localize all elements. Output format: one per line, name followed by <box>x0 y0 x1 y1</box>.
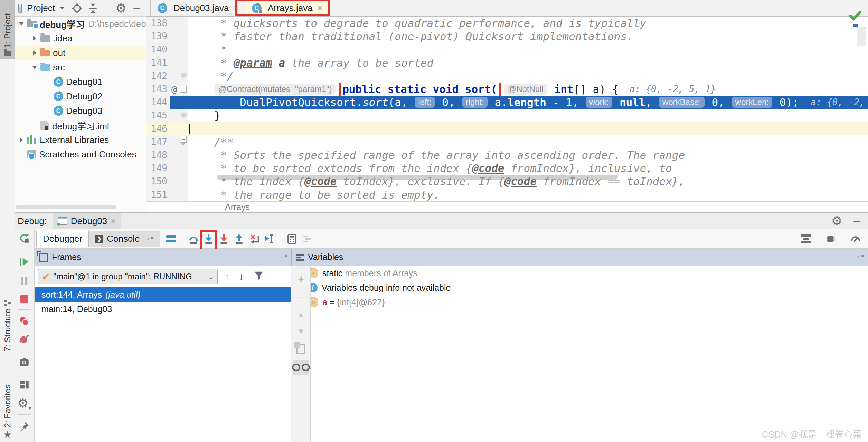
trace-stream-icon[interactable] <box>300 231 315 247</box>
mute-breakpoints-icon[interactable] <box>17 332 32 347</box>
sidebar-item-project[interactable]: 1: Project <box>0 0 15 59</box>
gutter[interactable] <box>170 109 188 122</box>
tree-item-debug01[interactable]: CDebug01 <box>15 75 146 89</box>
line-number[interactable]: 148 <box>146 148 170 162</box>
line-number[interactable]: 145 <box>146 109 170 122</box>
close-icon[interactable]: × <box>234 3 239 13</box>
tree-item-debug02[interactable]: CDebug02 <box>15 89 146 104</box>
pin-mini-icon[interactable]: →▪ <box>853 251 864 260</box>
code-line-151[interactable]: 151 * the range to be sorted is empty. <box>146 188 868 201</box>
code-area[interactable]: 138 * quicksorts to degrade to quadratic… <box>146 17 868 201</box>
settings-gear-icon[interactable]: ⚙▾ <box>17 396 32 411</box>
code-text[interactable]: */ <box>188 69 868 83</box>
code-line-139[interactable]: 139 * faster than traditional (one-pivot… <box>146 30 868 43</box>
editor-tab-arrays-java[interactable]: CArrays.java× <box>245 0 329 16</box>
minimize-icon[interactable]: − <box>851 215 862 227</box>
gutter[interactable] <box>170 43 188 56</box>
chevron-down-icon[interactable] <box>17 19 26 28</box>
frame-up-icon[interactable]: ↑ <box>225 271 230 282</box>
gutter[interactable] <box>170 17 188 30</box>
show-watches-icon[interactable] <box>293 360 309 375</box>
duplicate-icon[interactable] <box>293 341 309 356</box>
gutter[interactable] <box>170 56 188 69</box>
debug-session-tab[interactable]: Debug03 × <box>53 213 121 229</box>
variable-row[interactable]: pa = {int[4]@622} <box>292 295 868 309</box>
evaluate-expression-icon[interactable] <box>284 231 300 247</box>
gutter[interactable] <box>170 96 188 109</box>
tree-item-external-libraries[interactable]: External Libraries <box>15 133 146 147</box>
code-line-147[interactable]: 147 /** <box>146 135 868 148</box>
chevron-right-icon[interactable] <box>30 34 39 43</box>
code-text[interactable]: * faster than traditional (one-pivot) Qu… <box>188 30 868 43</box>
gear-icon[interactable]: ⚙ <box>115 3 126 14</box>
pause-icon[interactable] <box>17 273 32 289</box>
code-line-145[interactable]: 145 } <box>146 109 868 122</box>
thread-dump-camera-icon[interactable] <box>17 354 32 369</box>
chevron-right-icon[interactable] <box>30 48 39 57</box>
line-number[interactable]: 149 <box>146 162 170 175</box>
code-line-146[interactable]: 146 <box>146 122 868 135</box>
tree-item-scratches-and-consoles[interactable]: Scratches and Consoles <box>15 147 146 162</box>
remove-watch-icon[interactable]: − <box>293 289 309 305</box>
line-number[interactable]: 144 <box>146 96 170 109</box>
sidebar-item-favorites[interactable]: 2: Favorites ★ <box>0 370 15 439</box>
error-stripe-mark[interactable] <box>853 24 858 27</box>
step-over-icon[interactable] <box>186 231 201 247</box>
drop-frame-icon[interactable] <box>247 231 262 247</box>
move-up-icon[interactable]: ▲ <box>293 307 309 323</box>
line-number[interactable]: 138 <box>146 17 170 30</box>
code-text[interactable]: * @param a the array to be sorted <box>188 56 868 69</box>
editor-hscrollbar[interactable] <box>217 175 618 180</box>
gutter[interactable] <box>170 175 188 188</box>
filter-funnel-icon[interactable] <box>253 270 265 284</box>
tree-item-debug-iml[interactable]: debug学习.iml <box>15 118 146 133</box>
inspections-ok-icon[interactable] <box>849 10 862 23</box>
view-breakpoints-icon[interactable] <box>17 314 32 329</box>
thread-dropdown[interactable]: ✔ "main"@1 in group "main": RUNNING ⌄ <box>38 269 218 284</box>
code-text[interactable]: * the range to be sorted is empty. <box>188 188 868 201</box>
gutter[interactable] <box>170 69 188 83</box>
editor-tab-debug03-java[interactable]: CDebug03.java× <box>150 0 245 16</box>
run-to-cursor-icon[interactable] <box>262 231 277 247</box>
threads-view-icon[interactable] <box>798 231 813 247</box>
code-text[interactable]: * quicksorts to degrade to quadratic per… <box>188 17 868 30</box>
tree-item-src[interactable]: src <box>15 60 146 75</box>
code-line-141[interactable]: 141 * @param a the array to be sorted <box>146 56 868 69</box>
code-line-138[interactable]: 138 * quicksorts to degrade to quadratic… <box>146 17 868 30</box>
gutter[interactable] <box>170 148 188 162</box>
sidebar-item-structure[interactable]: 7: Structure <box>0 293 15 352</box>
close-icon[interactable]: × <box>318 3 323 13</box>
collapse-all-icon[interactable] <box>87 3 98 14</box>
code-line-143[interactable]: 143@ @Contract(mutates="param1") public … <box>146 83 868 96</box>
breadcrumb[interactable]: Arrays <box>146 201 868 212</box>
minimize-icon[interactable]: − <box>131 3 142 14</box>
gutter[interactable] <box>170 162 188 175</box>
code-line-148[interactable]: 148 * Sorts the specified range of the a… <box>146 148 868 162</box>
chevron-down-icon[interactable] <box>30 63 39 72</box>
gutter[interactable] <box>170 188 188 201</box>
line-number[interactable]: 141 <box>146 56 170 69</box>
line-number[interactable]: 146 <box>146 122 170 135</box>
breadcrumb-item[interactable]: Arrays <box>225 202 250 212</box>
step-out-icon[interactable] <box>232 231 247 247</box>
variable-row[interactable]: sstatic members of Arrays <box>292 266 868 280</box>
code-line-140[interactable]: 140 * <box>146 43 868 56</box>
code-text[interactable]: * Sorts the specified range of the array… <box>188 148 868 162</box>
show-execution-point-icon[interactable] <box>163 231 179 247</box>
move-down-icon[interactable]: ▼ <box>293 324 309 339</box>
chevron-right-icon[interactable] <box>17 135 26 144</box>
code-text[interactable]: * <box>188 43 868 56</box>
frame-row[interactable]: main:14, Debug03 <box>35 302 291 316</box>
fold-marker-icon[interactable] <box>181 73 187 79</box>
close-icon[interactable]: × <box>111 216 116 227</box>
resume-icon[interactable] <box>17 254 32 269</box>
code-line-149[interactable]: 149 * to be sorted extends from the inde… <box>146 162 868 175</box>
locate-icon[interactable] <box>72 3 83 14</box>
variable-row[interactable]: iVariables debug info not available <box>292 280 868 295</box>
rerun-icon[interactable] <box>17 231 32 246</box>
line-number[interactable]: 140 <box>146 43 170 56</box>
line-number[interactable]: 139 <box>146 30 170 43</box>
chevron-down-icon[interactable] <box>60 7 65 12</box>
frame-row[interactable]: sort:144, Arrays(java.util) <box>35 287 291 302</box>
gutter[interactable] <box>170 135 188 148</box>
